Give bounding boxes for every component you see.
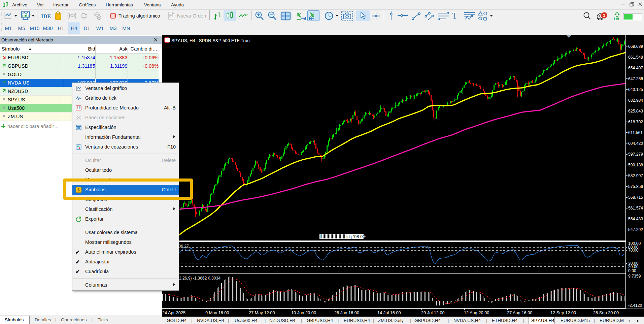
svg-text:561.574: 561.574 (628, 206, 643, 210)
svg-text:654.407: 654.407 (628, 66, 643, 70)
svg-text:575.856: 575.856 (628, 184, 643, 189)
svg-text:9.7359: 9.7359 (628, 274, 641, 279)
svg-text:27 May 12:00: 27 May 12:00 (249, 310, 275, 315)
svg-text:08:00: 08:00 (354, 234, 365, 239)
svg-text:10 Jun 20:00: 10 Jun 20:00 (291, 310, 316, 315)
svg-text:9 May 16:00: 9 May 16:00 (205, 310, 229, 315)
svg-text:1: 1 (603, 13, 605, 18)
svg-text:14 Jul 16:00: 14 Jul 16:00 (377, 310, 401, 315)
svg-text:26 Sep 20:00: 26 Sep 20:00 (593, 310, 619, 315)
svg-text:24 Apr 2025: 24 Apr 2025 (162, 310, 185, 315)
svg-text:668.689: 668.689 (628, 44, 643, 49)
svg-text:632.984: 632.984 (628, 98, 643, 103)
svg-text:29 Jul 12:00: 29 Jul 12:00 (421, 310, 445, 315)
svg-text:LVL: LVL (614, 17, 620, 21)
svg-text:582.997: 582.997 (628, 173, 643, 178)
svg-text:604.420: 604.420 (628, 141, 643, 146)
svg-text:547.292: 547.292 (628, 227, 643, 232)
svg-text:618.702: 618.702 (628, 120, 643, 124)
svg-text:625.843: 625.843 (628, 109, 643, 114)
svg-text:12 Aug 20:00: 12 Aug 20:00 (464, 310, 489, 315)
svg-text:26 Jun 16:00: 26 Jun 16:00 (334, 310, 359, 315)
svg-text:554.433: 554.433 (628, 217, 643, 221)
svg-text:-2.4120: -2.4120 (628, 303, 642, 308)
svg-text:12 Sep 12:00: 12 Sep 12:00 (550, 310, 576, 315)
svg-text:27 Aug 16:00: 27 Aug 16:00 (507, 310, 532, 315)
svg-text:70.00: 70.00 (628, 248, 639, 253)
svg-text:568.715: 568.715 (628, 195, 643, 200)
svg-text:661.548: 661.548 (628, 55, 643, 60)
svg-text:597.279: 597.279 (628, 152, 643, 157)
svg-text:647.266: 647.266 (628, 76, 643, 81)
svg-text:640.125: 640.125 (628, 87, 643, 92)
svg-text:SPY.US, H4: SPDR S&P 500 ETF: SPY.US, H4: SPDR S&P 500 ETF Trust (171, 38, 251, 43)
svg-text:0.00: 0.00 (628, 268, 636, 273)
svg-text:590.138: 590.138 (628, 163, 643, 167)
svg-text:611.561: 611.561 (628, 130, 643, 135)
